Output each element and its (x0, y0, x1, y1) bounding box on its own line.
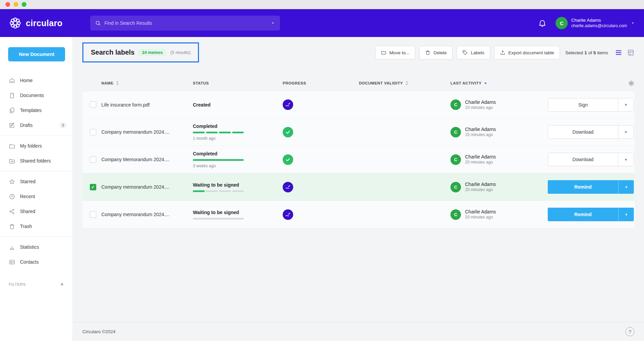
selected-total: 5 (593, 50, 596, 55)
sidebar-item-statistics[interactable]: Statistics (0, 240, 73, 254)
table-settings-gear-icon[interactable] (628, 80, 635, 87)
sidebar-item-documents[interactable]: Documents (0, 88, 73, 103)
sidebar-item-starred[interactable]: Starred (0, 174, 73, 189)
action-dropdown-button[interactable]: ▾ (618, 98, 633, 111)
progress-cell (283, 154, 359, 165)
sidebar-item-recent[interactable]: Recent (0, 189, 73, 204)
table-header: NAME STATUS PROGRESS DOCUMENT VALIDITY L… (82, 77, 635, 90)
document-status: Completed1 month ago (193, 124, 283, 141)
document-name[interactable]: Company memorandum 2024.... (101, 129, 193, 135)
labels-label: Labels (471, 50, 484, 55)
move-to-label: Move to... (389, 50, 409, 55)
progress-bar (193, 132, 244, 133)
progress-cell (283, 209, 359, 220)
activity-user-name: Charlie Adams (465, 181, 496, 187)
help-button[interactable]: ? (625, 327, 635, 336)
action-dropdown-button[interactable]: ▾ (618, 126, 633, 138)
column-name[interactable]: NAME (101, 81, 193, 86)
action-dropdown-button[interactable]: ▾ (618, 180, 634, 194)
user-menu[interactable]: C Charlie Adams charlie.adams@circularo.… (556, 17, 635, 29)
search-input[interactable] (104, 20, 267, 26)
close-window-button[interactable] (5, 2, 10, 7)
new-document-button[interactable]: New Document (8, 47, 65, 61)
sidebar-item-contacts[interactable]: Contacts (0, 254, 73, 269)
template-icon (9, 107, 15, 114)
sidebar-label: Shared (20, 209, 35, 214)
row-checkbox[interactable]: ✓ (90, 184, 96, 190)
search-dropdown-caret-icon[interactable] (270, 21, 275, 25)
move-to-button[interactable]: Move to... (375, 46, 415, 59)
action-dropdown-button[interactable]: ▾ (618, 208, 634, 221)
row-action-group: Remind▾ (548, 180, 634, 194)
table-row[interactable]: Company memorandum 2024....Completed1 mo… (82, 118, 635, 146)
document-toolbar: Move to... Delete Labels Export document… (375, 42, 635, 59)
home-icon (9, 77, 15, 84)
row-checkbox[interactable] (90, 211, 96, 218)
progress-complete-icon (283, 127, 293, 137)
sidebar-divider (0, 236, 73, 237)
draft-pencil-icon (9, 122, 15, 129)
activity-user-name: Charlie Adams (465, 209, 496, 215)
document-name[interactable]: Life insurance form.pdf (101, 102, 193, 108)
remind-button[interactable]: Remind (548, 208, 618, 221)
sidebar-item-home[interactable]: Home (0, 73, 73, 88)
export-document-table-button[interactable]: Export document table (494, 46, 560, 59)
add-filter-button[interactable]: + (60, 281, 64, 288)
row-action-group: Download▾ (548, 153, 634, 166)
copyright-text: Circularo ©2024 (82, 329, 116, 334)
sort-desc-icon[interactable] (484, 81, 487, 85)
table-row[interactable]: Company Memorandum 2024....Completed3 we… (82, 146, 635, 173)
sidebar-label: Statistics (20, 244, 39, 250)
filters-label: FILTERS (9, 282, 26, 286)
contacts-card-icon (9, 259, 15, 265)
sidebar-item-my-folders[interactable]: My folders (0, 138, 73, 153)
sidebar-item-shared-folders[interactable]: Shared folders (0, 153, 73, 168)
sidebar-item-drafts[interactable]: Drafts 3 (0, 118, 73, 133)
sidebar-item-trash[interactable]: Trash (0, 219, 73, 234)
table-row[interactable]: Company memorandum 2024....Waiting to be… (82, 201, 635, 228)
sidebar-item-shared[interactable]: Shared (0, 204, 73, 219)
list-view-icon[interactable] (615, 49, 622, 56)
app-header: circularo C Charlie Adams charlie.adams@… (0, 9, 644, 37)
sidebar-label: Drafts (20, 122, 33, 128)
brand-logo[interactable]: circularo (9, 17, 81, 30)
sort-icon[interactable] (405, 81, 409, 86)
action-dropdown-button[interactable]: ▾ (618, 153, 633, 166)
labels-button[interactable]: Labels (457, 46, 490, 59)
grid-view-icon[interactable] (627, 49, 635, 56)
delete-button[interactable]: Delete (419, 46, 452, 59)
sign-button[interactable]: Sign (548, 98, 618, 111)
window-titlebar (0, 0, 644, 9)
global-search[interactable] (90, 16, 280, 31)
notifications-bell-icon[interactable] (538, 19, 547, 27)
document-name[interactable]: Company memorandum 2024.... (101, 184, 193, 190)
document-name[interactable]: Company memorandum 2024.... (101, 212, 193, 217)
remind-button[interactable]: Remind (548, 180, 618, 194)
last-activity-cell: CCharlie Adams10 minutes ago (450, 99, 545, 111)
progress-cell (283, 99, 359, 110)
check-icon (285, 129, 291, 135)
column-document-validity[interactable]: DOCUMENT VALIDITY (359, 81, 450, 86)
row-checkbox[interactable] (90, 129, 96, 135)
activity-time: 10 minutes ago (465, 105, 496, 111)
minimize-window-button[interactable] (14, 2, 18, 7)
document-name[interactable]: Company Memorandum 2024.... (101, 157, 193, 162)
download-button[interactable]: Download (548, 153, 618, 166)
download-button[interactable]: Download (548, 126, 618, 138)
sidebar-item-templates[interactable]: Templates (0, 103, 73, 118)
column-last-activity[interactable]: LAST ACTIVITY (450, 81, 545, 85)
share-icon (9, 208, 15, 215)
sidebar-label: My folders (20, 143, 42, 149)
sort-icon[interactable] (116, 81, 119, 86)
column-status: STATUS (193, 81, 283, 85)
trash-icon (9, 223, 15, 230)
zoom-window-button[interactable] (22, 2, 26, 7)
signature-icon (285, 184, 291, 190)
row-checkbox[interactable] (90, 156, 96, 163)
row-checkbox[interactable] (90, 101, 96, 108)
export-label: Export document table (508, 50, 554, 55)
drafts-count-badge: 3 (60, 122, 66, 128)
table-row[interactable]: Life insurance form.pdfCreatedCCharlie A… (82, 91, 635, 118)
table-row[interactable]: ✓Company memorandum 2024....Waiting to b… (82, 173, 635, 201)
last-activity-cell: CCharlie Adams20 minutes ago (450, 181, 545, 193)
